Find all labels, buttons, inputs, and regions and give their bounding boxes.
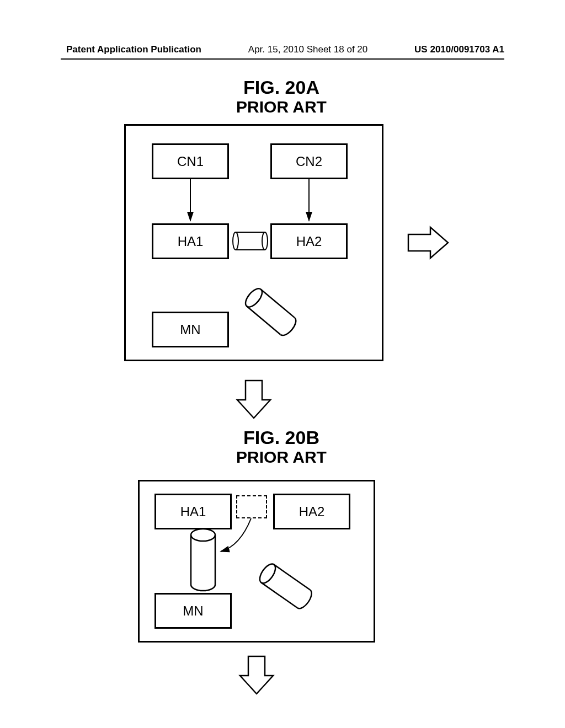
svg-line-13	[262, 582, 298, 608]
arrow-down-hollow-b	[240, 656, 273, 694]
fig20b-cylinder-vertical	[191, 529, 215, 591]
fig20b-curved-arrow	[221, 518, 251, 552]
svg-point-9	[191, 529, 215, 541]
svg-line-14	[274, 565, 310, 590]
fig20b-cylinder-diagonal	[257, 561, 315, 611]
fig20b-svg	[0, 0, 565, 728]
